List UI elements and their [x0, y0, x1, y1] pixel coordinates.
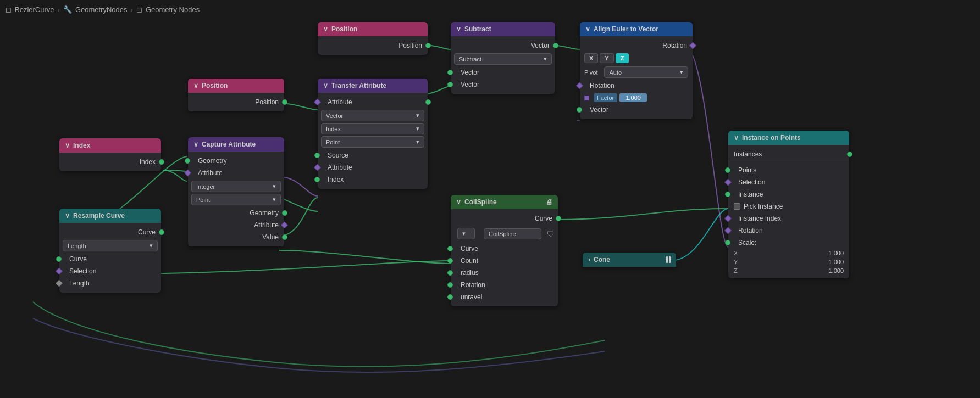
cone-title: Cone [594, 256, 610, 264]
rc-mode-dropdown[interactable]: Length ▾ [63, 240, 158, 251]
subtract-header[interactable]: ∨ Subtract [451, 22, 555, 36]
iop-scale-z-value: 1.000 [822, 267, 844, 274]
cs-unravel-in-socket[interactable] [447, 294, 453, 300]
ta-domain-dropdown[interactable]: Point ▾ [321, 136, 424, 148]
coilspline-title: CoilSpline [464, 198, 497, 206]
rc-length-in-socket[interactable] [56, 280, 63, 287]
cone-node: › Cone [583, 253, 676, 267]
ca-domain-dropdown[interactable]: Point ▾ [191, 194, 281, 205]
ae-vector-in-row: Vector [580, 104, 693, 116]
iop-instances-out-socket[interactable] [847, 152, 852, 157]
printer-icon: 🖨 [546, 198, 552, 206]
breadcrumb-item-2[interactable]: GeometryNodes [75, 5, 128, 14]
ae-rotation-in-socket[interactable] [576, 82, 583, 89]
cs-name-dropdown[interactable]: CoilSpline [484, 228, 541, 239]
cs-rotation-in-socket[interactable] [447, 282, 453, 288]
ae-pivot-dropdown[interactable]: Auto ▾ [604, 66, 688, 78]
subtract-vector-out-socket[interactable] [553, 43, 558, 48]
breadcrumb-item-1[interactable]: BezierCurve [15, 5, 54, 14]
iop-selection-in-socket[interactable] [724, 179, 732, 186]
ca-type-dropdown[interactable]: Integer ▾ [191, 181, 281, 192]
position-top-header[interactable]: ∨ Position [318, 22, 428, 36]
iop-pick-instance-row: Pick Instance [728, 200, 849, 212]
cs-curve-out-socket[interactable] [556, 216, 561, 221]
iop-instance-in-socket[interactable] [725, 192, 730, 197]
iop-scale-x-row: X 1.000 [728, 249, 849, 257]
ta-type-dropdown[interactable]: Vector ▾ [321, 110, 424, 121]
ta-attr2-in-socket[interactable] [314, 164, 321, 171]
ae-pivot-chevron: ▾ [680, 69, 683, 76]
ta-attr2-label: Attribute [328, 164, 352, 171]
align-euler-node: ∨ Align Euler to Vector Rotation X Y Z P… [580, 22, 693, 119]
cs-radius-in-socket[interactable] [447, 270, 453, 276]
subtract-vector-in-row: Vector [451, 66, 555, 79]
coilspline-header[interactable]: ∨ CoilSpline 🖨 [451, 195, 558, 209]
ae-y-button[interactable]: Y [600, 53, 613, 63]
iop-rotation-in-socket[interactable] [724, 227, 732, 234]
subtract-op-dropdown[interactable]: Subtract ▾ [454, 53, 552, 65]
ae-x-button[interactable]: X [584, 53, 598, 63]
ae-rotation-in-label: Rotation [590, 82, 614, 89]
ca-attribute-in-socket[interactable] [184, 170, 191, 177]
iop-header[interactable]: ∨ Instance on Points [728, 131, 849, 145]
subtract-vector-in-socket[interactable] [447, 70, 453, 75]
ca-value-out-socket[interactable] [282, 234, 287, 240]
cs-icon-dropdown[interactable]: ▾ [457, 228, 475, 239]
ae-z-button[interactable]: Z [616, 53, 629, 63]
resample-curve-header[interactable]: ∨ Resample Curve [59, 209, 161, 223]
iop-separator [728, 162, 849, 162]
position-small-out-socket[interactable] [282, 99, 287, 105]
iop-rotation-label: Rotation [738, 227, 763, 234]
subtract-vector2-in-socket[interactable] [447, 82, 453, 87]
ae-pivot-row: Pivot Auto ▾ [580, 65, 693, 80]
ca-geometry-out-socket[interactable] [282, 210, 287, 216]
rc-selection-in-socket[interactable] [56, 268, 63, 275]
chevron-icon: ∨ [734, 134, 739, 142]
ta-mapping-chevron: ▾ [416, 125, 419, 132]
index-out-socket[interactable] [159, 159, 164, 165]
iop-instance-index-in-socket[interactable] [724, 215, 732, 222]
align-euler-header[interactable]: ∨ Align Euler to Vector [580, 22, 693, 36]
ca-geometry-in-socket[interactable] [185, 158, 190, 164]
rc-curve-in-socket[interactable] [56, 256, 62, 262]
ta-mapping-dropdown[interactable]: Index ▾ [321, 123, 424, 134]
ta-source-in-socket[interactable] [314, 153, 320, 158]
breadcrumb-item-3[interactable]: Geometry Nodes [146, 5, 200, 14]
ca-type-chevron: ▾ [273, 183, 276, 190]
coilspline-node: ∨ CoilSpline 🖨 Curve ▾ CoilSpline 🛡 Curv… [451, 195, 558, 306]
cs-count-in-socket[interactable] [447, 258, 453, 264]
ae-rotation-out-socket[interactable] [689, 42, 696, 49]
breadcrumb: ◻ BezierCurve › 🔧 GeometryNodes › ◻ Geom… [5, 5, 200, 14]
ae-xyz-row: X Y Z [580, 52, 693, 65]
transfer-attribute-header[interactable]: ∨ Transfer Attribute [318, 79, 428, 93]
ta-attribute-out-socket[interactable] [425, 99, 431, 105]
ta-index-in-socket[interactable] [314, 177, 320, 182]
index-node-header[interactable]: ∨ Index [59, 138, 161, 153]
ca-attribute-out-socket[interactable] [281, 222, 288, 229]
iop-pick-instance-label: Pick Instance [744, 203, 783, 210]
iop-pick-instance-checkbox[interactable] [734, 203, 740, 210]
ae-vector-in-socket[interactable] [577, 107, 582, 113]
ca-geometry-label: Geometry [198, 157, 227, 165]
cs-curve-in-socket[interactable] [447, 246, 453, 251]
position-small-header[interactable]: ∨ Position [188, 79, 284, 93]
iop-scale-z-row: Z 1.000 [728, 266, 849, 275]
iop-scale-in-socket[interactable] [725, 240, 730, 245]
ae-factor-value[interactable]: 1.000 [619, 93, 647, 102]
index-output-label: Index [140, 158, 156, 166]
ta-attribute-in-socket[interactable] [314, 99, 321, 106]
rc-curve-out-socket[interactable] [159, 229, 164, 235]
resample-curve-body: Curve Length ▾ Curve Selection Length [59, 223, 161, 293]
cs-curve-in-label: Curve [461, 245, 478, 253]
resample-curve-title: Resample Curve [73, 212, 125, 220]
ae-factor-in-socket[interactable] [584, 96, 589, 100]
iop-points-in-socket[interactable] [725, 167, 730, 173]
iop-scale-x-label: X [734, 250, 738, 256]
position-top-out-socket[interactable] [425, 43, 431, 48]
cone-header[interactable]: › Cone [583, 253, 676, 267]
cs-curve-in-row: Curve [451, 243, 558, 255]
iop-instance-label: Instance [738, 190, 763, 198]
rc-length-row: Length [59, 277, 161, 289]
index-output-row: Index [59, 156, 161, 168]
capture-attribute-header[interactable]: ∨ Capture Attribute [188, 137, 284, 152]
